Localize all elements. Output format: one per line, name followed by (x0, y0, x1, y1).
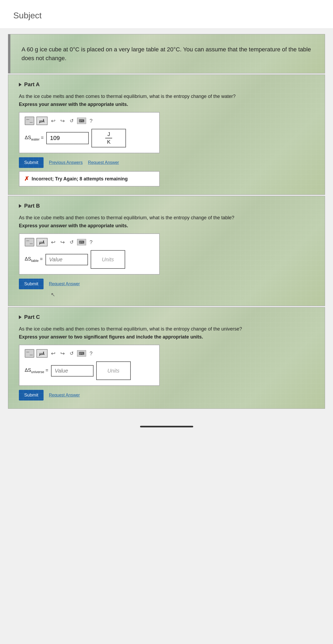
left-bar-decoration (8, 34, 10, 73)
part-a-result-text: Incorrect; Try Again; 8 attempts remaini… (32, 176, 128, 182)
part-c-answer-row: ΔSuniverse = Units (25, 361, 154, 380)
redo-button-c[interactable]: ↪ (59, 350, 66, 357)
part-a-value-input[interactable] (46, 132, 89, 144)
part-c-collapse-icon[interactable] (19, 315, 22, 319)
part-a-instruction: Express your answer with the appropriate… (19, 102, 314, 107)
page-header: Subject (0, 0, 333, 29)
part-c-subscript: universe (31, 370, 44, 374)
part-a-toolbar: μÅ ↩ ↪ ↺ ⌨ ? (25, 117, 154, 125)
mu-button-a[interactable]: μÅ (36, 117, 48, 125)
part-a-previous-answers-button[interactable]: Previous Answers (49, 160, 83, 165)
part-a-buttons-row: Submit Previous Answers Request Answer (19, 157, 314, 168)
part-c-delta-label: ΔSuniverse = (25, 368, 48, 374)
matrix-cell-c4 (30, 355, 33, 355)
part-b-submit-button[interactable]: Submit (19, 279, 44, 289)
undo-button-a[interactable]: ↩ (50, 117, 57, 125)
part-a-units-fraction: J K (105, 131, 112, 145)
mu-button-b[interactable]: μÅ (36, 238, 48, 246)
matrix-cell-1 (26, 119, 29, 120)
part-a-header: Part A (19, 81, 314, 88)
part-a-section: Part A As the ice cube melts and then co… (8, 75, 325, 195)
bottom-nav-bar (140, 426, 193, 427)
undo-button-b[interactable]: ↩ (50, 238, 57, 246)
part-b-value-input[interactable] (45, 254, 88, 265)
incorrect-icon: ✗ (24, 175, 29, 182)
part-b-delta-label: ΔStable = (25, 256, 43, 263)
cursor-indicator-b: ↖ (51, 291, 314, 298)
matrix-button-a[interactable] (25, 117, 34, 125)
part-a-subscript: water (31, 137, 40, 141)
help-button-b[interactable]: ? (88, 239, 94, 246)
problem-text: A 60 g ice cube at 0°C is placed on a ve… (22, 45, 311, 63)
matrix-cell-b4 (30, 243, 33, 244)
matrix-cell-4 (30, 122, 33, 123)
part-b-question: As the ice cube melts and then comes to … (19, 214, 314, 221)
content-area: A 60 g ice cube at 0°C is placed on a ve… (0, 29, 333, 415)
mu-button-c[interactable]: μÅ (36, 349, 48, 358)
part-c-label: Part C (24, 314, 40, 320)
part-b-answer-row: ΔStable = Units (25, 250, 154, 269)
part-a-submit-button[interactable]: Submit (19, 157, 44, 168)
part-b-collapse-icon[interactable] (19, 204, 22, 208)
refresh-button-b[interactable]: ↺ (68, 239, 75, 246)
part-c-instruction: Express your answer to two significant f… (19, 334, 314, 340)
part-a-answer-box: μÅ ↩ ↪ ↺ ⌨ ? ΔSwater = J K (19, 112, 160, 153)
part-c-units-placeholder: Units (107, 368, 120, 374)
matrix-button-b[interactable] (25, 238, 34, 246)
part-b-label: Part B (24, 203, 40, 209)
part-b-buttons-row: Submit Request Answer (19, 279, 314, 289)
part-c-buttons-row: Submit Request Answer (19, 390, 314, 401)
help-button-a[interactable]: ? (88, 117, 94, 125)
part-a-delta-label: ΔSwater = (25, 135, 44, 141)
problem-statement: A 60 g ice cube at 0°C is placed on a ve… (8, 34, 325, 73)
part-c-answer-box: μÅ ↩ ↪ ↺ ⌨ ? ΔSuniverse = Units (19, 345, 160, 386)
part-b-units-placeholder: Units (102, 257, 114, 263)
part-c-units-box[interactable]: Units (96, 361, 131, 380)
part-a-result-box: ✗ Incorrect; Try Again; 8 attempts remai… (19, 171, 160, 187)
part-b-subscript: table (31, 259, 39, 263)
part-c-request-answer-button[interactable]: Request Answer (49, 393, 80, 398)
part-c-submit-button[interactable]: Submit (19, 390, 44, 401)
refresh-button-a[interactable]: ↺ (68, 117, 75, 124)
part-a-units-numerator: J (105, 131, 112, 138)
matrix-button-c[interactable] (25, 349, 34, 358)
refresh-button-c[interactable]: ↺ (68, 350, 75, 357)
part-a-units-box: J K (91, 129, 126, 147)
part-a-label: Part A (24, 81, 40, 88)
part-c-question: As the ice cube melts and then comes to … (19, 325, 314, 333)
part-c-header: Part C (19, 314, 314, 320)
keyboard-button-c[interactable]: ⌨ (77, 350, 86, 357)
matrix-cell-c1 (26, 352, 29, 352)
part-b-toolbar: μÅ ↩ ↪ ↺ ⌨ ? (25, 238, 154, 246)
part-a-question: As the ice cube melts and then comes to … (19, 93, 314, 100)
page-title: Subject (13, 11, 320, 20)
undo-button-c[interactable]: ↩ (50, 350, 57, 357)
part-a-units-denominator: K (107, 138, 111, 145)
redo-button-b[interactable]: ↪ (59, 238, 66, 246)
keyboard-button-a[interactable]: ⌨ (77, 118, 86, 124)
part-a-request-answer-button[interactable]: Request Answer (88, 160, 119, 165)
part-a-answer-row: ΔSwater = J K (25, 129, 154, 147)
redo-button-a[interactable]: ↪ (59, 117, 66, 125)
part-b-section: Part B As the ice cube melts and then co… (8, 196, 325, 306)
part-c-value-input[interactable] (51, 365, 94, 377)
part-b-header: Part B (19, 203, 314, 209)
part-b-units-box[interactable]: Units (91, 250, 125, 269)
matrix-cell-b1 (26, 241, 29, 241)
part-a-collapse-icon[interactable] (19, 83, 22, 86)
part-c-section: Part C As the ice cube melts and then co… (8, 307, 325, 409)
part-b-instruction: Express your answer with the appropriate… (19, 223, 314, 229)
part-b-request-answer-button[interactable]: Request Answer (49, 282, 80, 286)
part-b-answer-box: μÅ ↩ ↪ ↺ ⌨ ? ΔStable = Units (19, 233, 160, 275)
keyboard-button-b[interactable]: ⌨ (77, 239, 86, 245)
help-button-c[interactable]: ? (88, 350, 94, 357)
part-c-toolbar: μÅ ↩ ↪ ↺ ⌨ ? (25, 349, 154, 358)
